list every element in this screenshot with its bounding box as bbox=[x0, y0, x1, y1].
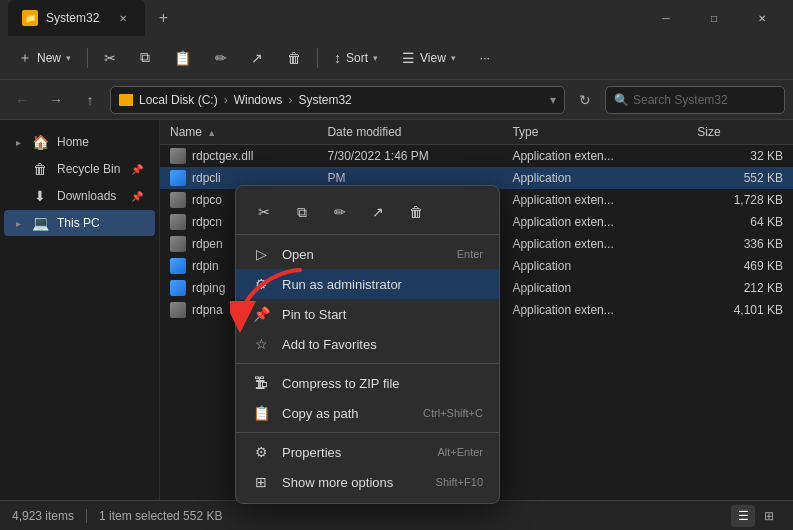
share-icon: ↗ bbox=[251, 50, 263, 66]
list-view-button[interactable]: ☰ bbox=[731, 505, 755, 527]
ctx-open[interactable]: ▷ Open Enter bbox=[236, 239, 499, 269]
file-name: rdping bbox=[192, 281, 225, 295]
ctx-add-favorites[interactable]: ☆ Add to Favorites bbox=[236, 329, 499, 359]
ctx-copy-button[interactable]: ⧉ bbox=[286, 198, 318, 226]
view-button[interactable]: ☰ View ▾ bbox=[392, 42, 466, 74]
cut-button[interactable]: ✂ bbox=[94, 42, 126, 74]
file-name: rdpctgex.dll bbox=[192, 149, 253, 163]
sidebar-item-thispc[interactable]: ▸ 💻 This PC bbox=[4, 210, 155, 236]
ctx-share-button[interactable]: ↗ bbox=[362, 198, 394, 226]
dll-icon bbox=[170, 302, 186, 318]
ctx-admin-label: Run as administrator bbox=[282, 277, 483, 292]
maximize-button[interactable]: □ bbox=[691, 2, 737, 34]
col-type[interactable]: Type bbox=[502, 120, 687, 145]
ctx-copy-path[interactable]: 📋 Copy as path Ctrl+Shift+C bbox=[236, 398, 499, 428]
ctx-more-options[interactable]: ⊞ Show more options Shift+F10 bbox=[236, 467, 499, 497]
addr-path-1: Local Disk (C:) bbox=[139, 93, 218, 107]
new-button[interactable]: ＋ New ▾ bbox=[8, 42, 81, 74]
addr-path-2: Windows bbox=[234, 93, 283, 107]
address-bar-row: ← → ↑ Local Disk (C:) › Windows › System… bbox=[0, 80, 793, 120]
file-type-cell: Application exten... bbox=[502, 189, 687, 211]
ctx-run-as-admin[interactable]: ⚙ Run as administrator bbox=[236, 269, 499, 299]
ctx-more-icon: ⊞ bbox=[252, 474, 270, 490]
copy-button[interactable]: ⧉ bbox=[130, 42, 160, 74]
ctx-cut-button[interactable]: ✂ bbox=[248, 198, 280, 226]
addr-folder-icon bbox=[119, 94, 133, 106]
minimize-button[interactable]: ─ bbox=[643, 2, 689, 34]
ctx-compress[interactable]: 🗜 Compress to ZIP file bbox=[236, 368, 499, 398]
dll-icon bbox=[170, 192, 186, 208]
thispc-expand-icon: ▸ bbox=[16, 218, 21, 229]
col-size[interactable]: Size bbox=[687, 120, 793, 145]
ctx-more-label: Show more options bbox=[282, 475, 424, 490]
toolbar: ＋ New ▾ ✂ ⧉ 📋 ✏ ↗ 🗑 ↕ Sort ▾ ☰ View ▾ ··… bbox=[0, 36, 793, 80]
grid-view-button[interactable]: ⊞ bbox=[757, 505, 781, 527]
ctx-fav-label: Add to Favorites bbox=[282, 337, 483, 352]
ctx-open-icon: ▷ bbox=[252, 246, 270, 262]
ctx-admin-icon: ⚙ bbox=[252, 276, 270, 292]
ctx-properties[interactable]: ⚙ Properties Alt+Enter bbox=[236, 437, 499, 467]
tab-label: System32 bbox=[46, 11, 99, 25]
sidebar-item-recycle[interactable]: ▸ 🗑 Recycle Bin 📌 bbox=[4, 156, 155, 182]
ctx-props-icon: ⚙ bbox=[252, 444, 270, 460]
file-type-cell: Application exten... bbox=[502, 299, 687, 321]
ctx-props-label: Properties bbox=[282, 445, 425, 460]
ctx-props-shortcut: Alt+Enter bbox=[437, 446, 483, 458]
nav-back-button[interactable]: ← bbox=[8, 86, 36, 114]
table-row[interactable]: rdpctgex.dll7/30/2022 1:46 PMApplication… bbox=[160, 145, 793, 168]
col-name[interactable]: Name ▲ bbox=[160, 120, 317, 145]
downloads-icon: ⬇ bbox=[31, 188, 49, 204]
file-type-cell: Application bbox=[502, 277, 687, 299]
selected-info: 1 item selected 552 KB bbox=[99, 509, 222, 523]
sort-chevron: ▾ bbox=[373, 53, 378, 63]
file-name: rdpcn bbox=[192, 215, 222, 229]
sidebar-item-downloads[interactable]: ▸ ⬇ Downloads 📌 bbox=[4, 183, 155, 209]
thispc-icon: 💻 bbox=[31, 215, 49, 231]
close-button[interactable]: ✕ bbox=[739, 2, 785, 34]
address-bar[interactable]: Local Disk (C:) › Windows › System32 ▾ bbox=[110, 86, 565, 114]
item-count: 4,923 items bbox=[12, 509, 74, 523]
tab-system32[interactable]: 📁 System32 ✕ bbox=[8, 0, 145, 36]
ctx-toolbar: ✂ ⧉ ✏ ↗ 🗑 bbox=[236, 192, 499, 235]
view-icon: ☰ bbox=[402, 50, 415, 66]
sort-button[interactable]: ↕ Sort ▾ bbox=[324, 42, 388, 74]
file-size-cell: 4,101 KB bbox=[687, 299, 793, 321]
nav-forward-button[interactable]: → bbox=[42, 86, 70, 114]
search-bar[interactable]: 🔍 Search System32 bbox=[605, 86, 785, 114]
ctx-delete-button[interactable]: 🗑 bbox=[400, 198, 432, 226]
sort-icon: ↕ bbox=[334, 50, 341, 66]
ctx-rename-button[interactable]: ✏ bbox=[324, 198, 356, 226]
file-size-cell: 32 KB bbox=[687, 145, 793, 168]
recycle-icon: 🗑 bbox=[31, 161, 49, 177]
file-size-cell: 336 KB bbox=[687, 233, 793, 255]
ctx-pin-to-start[interactable]: 📌 Pin to Start bbox=[236, 299, 499, 329]
paste-button[interactable]: 📋 bbox=[164, 42, 201, 74]
ctx-compress-label: Compress to ZIP file bbox=[282, 376, 483, 391]
ctx-more-shortcut: Shift+F10 bbox=[436, 476, 483, 488]
window-controls: ─ □ ✕ bbox=[643, 2, 785, 34]
dll-icon bbox=[170, 236, 186, 252]
paste-icon: 📋 bbox=[174, 50, 191, 66]
delete-button[interactable]: 🗑 bbox=[277, 42, 311, 74]
status-separator bbox=[86, 509, 87, 523]
file-size-cell: 469 KB bbox=[687, 255, 793, 277]
new-label: New bbox=[37, 51, 61, 65]
rename-button[interactable]: ✏ bbox=[205, 42, 237, 74]
tab-close-button[interactable]: ✕ bbox=[115, 10, 131, 26]
title-bar: 📁 System32 ✕ + ─ □ ✕ bbox=[0, 0, 793, 36]
addr-sep-2: › bbox=[288, 93, 292, 107]
col-date[interactable]: Date modified bbox=[317, 120, 502, 145]
ctx-compress-icon: 🗜 bbox=[252, 375, 270, 391]
nav-up-button[interactable]: ↑ bbox=[76, 86, 104, 114]
new-tab-button[interactable]: + bbox=[149, 4, 177, 32]
exe-icon bbox=[170, 258, 186, 274]
refresh-button[interactable]: ↻ bbox=[571, 86, 599, 114]
exe-icon bbox=[170, 170, 186, 186]
file-name: rdpen bbox=[192, 237, 223, 251]
sidebar-item-home[interactable]: ▸ 🏠 Home bbox=[4, 129, 155, 155]
more-button[interactable]: ··· bbox=[470, 42, 500, 74]
file-type-cell: Application exten... bbox=[502, 145, 687, 168]
share-button[interactable]: ↗ bbox=[241, 42, 273, 74]
file-type-cell: Application bbox=[502, 167, 687, 189]
home-icon: 🏠 bbox=[31, 134, 49, 150]
